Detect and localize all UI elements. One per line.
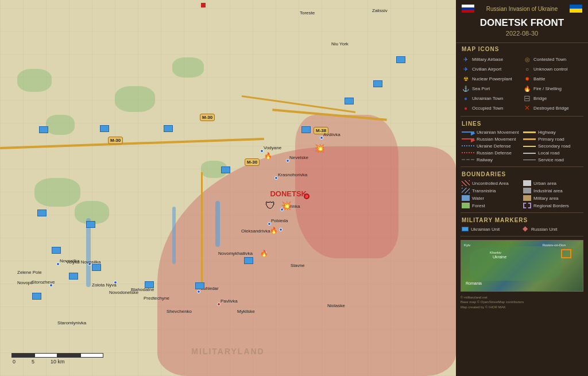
dest-bridge-icon: ✕ — [523, 104, 531, 112]
app: M-30 M-30 M-38 M-30 Avdiivka Nevelske Kr… — [0, 0, 588, 376]
minimap-credit: © militaryland.net Base map © OpenStreet… — [456, 294, 588, 311]
flag-russia — [462, 5, 474, 13]
military-markers-grid: Ukrainian Unit Russian Unit — [456, 224, 588, 235]
divider-2 — [461, 166, 583, 167]
military-swatch — [523, 195, 531, 201]
ua-def-label: Ukraine Defense — [477, 144, 511, 149]
bound-urban: Urban area — [523, 180, 582, 187]
secondary-line — [523, 146, 536, 147]
line-railway: Railway — [462, 157, 521, 163]
contested-icon: ◎ — [523, 55, 531, 63]
industrial-swatch — [523, 188, 531, 193]
town-dot-velyka — [88, 262, 91, 266]
local-label: Local road — [538, 150, 559, 156]
ua-unit-icon — [462, 227, 469, 231]
bound-regional: Regional Borders — [523, 202, 582, 209]
airport-label: Civilian Airport — [472, 67, 501, 72]
ua-unit-5 — [32, 293, 41, 300]
ua-unit-12 — [164, 125, 173, 132]
section-lines: LINES — [456, 118, 588, 128]
legend-bridge: ⊟ Bridge — [523, 94, 582, 103]
service-line — [523, 160, 536, 160]
airbase-label: Military Airbase — [472, 57, 503, 62]
town-dot-stor — [49, 284, 53, 287]
secondary-label: Secondary road — [538, 144, 570, 149]
ru-movement-line: ▶ — [462, 138, 474, 141]
town-dot-novosil — [56, 262, 60, 266]
line-ua-defense: Ukraine Defense — [462, 143, 521, 149]
town-dot-avdiivka — [320, 136, 323, 139]
water-swatch — [462, 195, 470, 201]
line-secondary: Secondary road — [523, 143, 582, 149]
ua-unit-14 — [301, 126, 311, 133]
legend-contested-town: ◎ Contested Town — [523, 55, 582, 64]
ua-town-icon: ● — [462, 94, 470, 102]
flag-ukraine — [570, 5, 582, 13]
legend-battle: ✸ Battle — [523, 74, 582, 83]
scale-seg-3 — [57, 353, 80, 358]
ua-unit-9 — [92, 264, 101, 271]
local-line — [523, 153, 536, 154]
battle-icon-2: 💥 — [281, 201, 291, 210]
urban-label: Urban area — [533, 181, 556, 186]
seaport-icon: ⚓ — [462, 84, 470, 92]
ua-unit-13 — [221, 166, 230, 173]
unknown-label: Unknown control — [533, 67, 568, 72]
scale-seg-4 — [80, 353, 103, 358]
fire-icon-3: 🔥 — [260, 250, 268, 257]
scale-seg-2 — [34, 353, 57, 358]
line-highway: Highway — [523, 129, 582, 135]
line-local: Local road — [523, 150, 582, 156]
ua-unit-16 — [373, 80, 382, 87]
nuclear-icon: ☢ — [462, 75, 470, 83]
transnistria-label: Transnistria — [472, 188, 496, 193]
highway-label: Highway — [538, 130, 556, 135]
scale-5: 5 — [32, 359, 34, 365]
occupied-territory-north — [295, 115, 399, 258]
marker-ua: Ukrainian Unit — [462, 226, 521, 232]
ru-def-line — [462, 152, 474, 154]
line-ru-movement: ▶ Russian Movement — [462, 136, 521, 142]
divider-3 — [461, 212, 583, 213]
legend-dest-bridge: ✕ Destroyed Bridge — [523, 103, 582, 113]
road-vertical-1 — [201, 172, 203, 287]
ua-unit-2 — [86, 221, 95, 228]
section-military: MILITARY MARKERS — [456, 214, 588, 224]
ua-movement-label: Ukrainian Movement — [477, 130, 519, 135]
industrial-label: Industrial area — [533, 188, 563, 193]
legend-occ-town: ● Occupied Town — [462, 103, 521, 113]
scale-0: 0 — [13, 359, 16, 365]
forest-6 — [75, 201, 109, 224]
occ-town-label: Occupied Town — [472, 106, 504, 111]
minimap-kyiv-label: Kyiv — [464, 243, 470, 247]
scale-bar: 0 5 10 km — [11, 353, 103, 365]
ua-unit-4 — [69, 273, 78, 280]
river-1 — [86, 218, 91, 287]
town-dot-vuhledar — [197, 290, 200, 293]
forest-label: Forest — [472, 203, 485, 208]
legend-civilian-airport: ✈ Civilian Airport — [462, 64, 521, 73]
minimap-ru-label: Rostov-on-Don — [543, 243, 566, 247]
front-date: 2022-08-30 — [462, 30, 582, 40]
legend-fire: 🔥 Fire / Shelling — [523, 84, 582, 93]
bound-uncontrolled: Uncontrolled Area — [462, 180, 521, 187]
forest-5 — [34, 178, 80, 207]
lines-grid: ▶ Ukrainian Movement Highway ▶ Russian M… — [456, 128, 588, 165]
forest-3 — [115, 86, 155, 112]
airport-icon: ✈ — [462, 65, 470, 73]
airbase-icon: ✈ — [462, 55, 470, 63]
military-label: Military area — [533, 196, 559, 201]
town-dot-pobieda — [268, 222, 271, 226]
fire-icon-2: 🔥 — [270, 227, 278, 234]
bound-transnistria: Transnistria — [462, 187, 521, 194]
emblem-marker: 🛡 — [265, 200, 276, 212]
scale-line — [11, 353, 103, 358]
scale-seg-1 — [11, 353, 34, 358]
bridge-label: Bridge — [533, 96, 547, 101]
railway-label: Railway — [477, 157, 493, 162]
railway-line — [462, 159, 474, 161]
river-2 — [172, 207, 176, 264]
minimap-kharkiv-label: Kharkiv — [490, 251, 501, 254]
regional-label: Regional Borders — [533, 203, 569, 208]
minimap: Ukraine Romania Rostov-on-Don Kyiv Khark… — [461, 240, 583, 292]
